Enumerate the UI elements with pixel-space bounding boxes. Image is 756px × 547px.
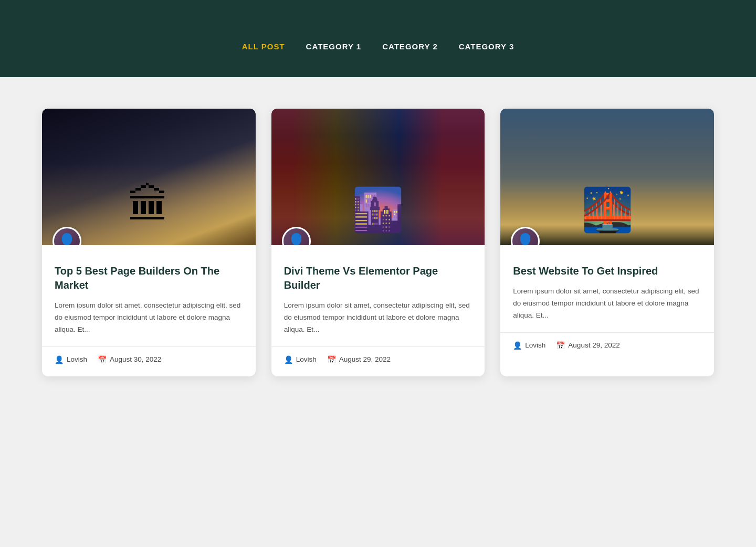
card-body: Top 5 Best Page Builders On The MarketLo… <box>42 245 256 336</box>
meta-date: 📅August 30, 2022 <box>98 355 161 364</box>
category-nav: ALL POSTCATEGORY 1CATEGORY 2CATEGORY 3 <box>10 42 746 51</box>
card-title: Divi Theme Vs Elementor Page Builder <box>284 264 472 292</box>
card-image-london <box>500 109 714 245</box>
nav-tab-cat2[interactable]: CATEGORY 2 <box>382 42 438 51</box>
author-name: Lovish <box>67 355 87 363</box>
card-title: Top 5 Best Page Builders On The Market <box>55 264 243 292</box>
blog-card-2[interactable]: 👤Divi Theme Vs Elementor Page BuilderLor… <box>271 109 485 376</box>
meta-date: 📅August 29, 2022 <box>556 341 620 350</box>
calendar-icon: 📅 <box>327 355 336 364</box>
nav-tabs-list: ALL POSTCATEGORY 1CATEGORY 2CATEGORY 3 <box>10 42 746 51</box>
calendar-icon: 📅 <box>98 355 107 364</box>
card-body: Divi Theme Vs Elementor Page BuilderLore… <box>271 245 485 336</box>
person-icon: 👤 <box>513 341 522 350</box>
card-image-times-square <box>271 109 485 245</box>
person-icon: 👤 <box>284 355 293 364</box>
card-image-sydney <box>42 109 256 245</box>
card-image-wrapper: 👤 <box>271 109 485 245</box>
card-image-wrapper: 👤 <box>500 109 714 245</box>
page-header: ALL POSTCATEGORY 1CATEGORY 2CATEGORY 3 <box>0 0 756 77</box>
card-excerpt: Lorem ipsum dolor sit amet, consectetur … <box>55 300 243 336</box>
card-meta: 👤Lovish📅August 29, 2022 <box>271 346 485 364</box>
meta-date: 📅August 29, 2022 <box>327 355 391 364</box>
nav-tab-cat3[interactable]: CATEGORY 3 <box>459 42 514 51</box>
card-excerpt: Lorem ipsum dolor sit amet, consectetur … <box>513 286 701 322</box>
card-body: Best Website To Get InspiredLorem ipsum … <box>500 245 714 322</box>
blog-card-3[interactable]: 👤Best Website To Get InspiredLorem ipsum… <box>500 109 714 376</box>
post-date: August 29, 2022 <box>568 341 620 349</box>
card-excerpt: Lorem ipsum dolor sit amet, consectetur … <box>284 300 472 336</box>
blog-card-1[interactable]: 👤Top 5 Best Page Builders On The MarketL… <box>42 109 256 376</box>
author-name: Lovish <box>296 355 317 363</box>
meta-author: 👤Lovish <box>513 341 545 350</box>
card-meta: 👤Lovish📅August 30, 2022 <box>42 346 256 364</box>
cards-grid: 👤Top 5 Best Page Builders On The MarketL… <box>42 109 714 376</box>
meta-author: 👤Lovish <box>55 355 87 364</box>
card-title: Best Website To Get Inspired <box>513 264 701 278</box>
card-meta: 👤Lovish📅August 29, 2022 <box>500 332 714 350</box>
main-content: 👤Top 5 Best Page Builders On The MarketL… <box>0 77 756 408</box>
author-name: Lovish <box>525 341 545 349</box>
nav-tab-cat1[interactable]: CATEGORY 1 <box>306 42 362 51</box>
post-date: August 30, 2022 <box>110 355 161 363</box>
meta-author: 👤Lovish <box>284 355 317 364</box>
nav-tab-all[interactable]: ALL POST <box>242 42 285 51</box>
card-image-wrapper: 👤 <box>42 109 256 245</box>
calendar-icon: 📅 <box>556 341 565 350</box>
person-icon: 👤 <box>55 355 64 364</box>
post-date: August 29, 2022 <box>339 355 391 363</box>
